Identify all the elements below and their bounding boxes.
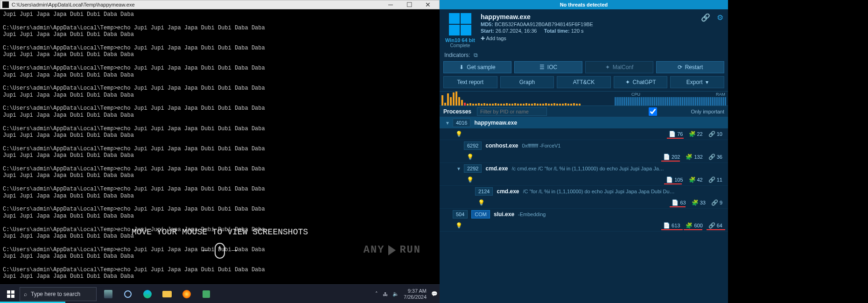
maximize-button[interactable]: ☐: [400, 1, 419, 8]
hint-icon[interactable]: 💡: [455, 131, 462, 137]
export-button[interactable]: Export ▾: [670, 76, 724, 88]
mouse-icon: [215, 243, 225, 259]
process-filter-input[interactable]: [477, 107, 547, 116]
indicators-row: Indicators: ⧉: [440, 51, 728, 61]
search-placeholder: Type here to search: [31, 291, 80, 297]
stat-icon: 🔗: [708, 154, 715, 160]
process-stat[interactable]: 🧩600: [684, 222, 704, 229]
chatgpt-button[interactable]: ✦ChatGPT: [614, 76, 668, 88]
search-icon: ⌕: [24, 291, 27, 297]
process-row[interactable]: 2124cmd.exe/C "for /L %i in (1,1,10000) …: [440, 186, 728, 209]
system-tray[interactable]: ˄ 🖧 🔈 9:37 AM 7/26/2024 💬: [375, 288, 438, 299]
app-icon[interactable]: [197, 287, 215, 302]
process-row[interactable]: ▼4016happymeaw.exe💡📄76🧩22🔗10: [440, 117, 728, 140]
process-row[interactable]: 6292conhost.exe0xffffffff -ForceV1💡📄202🧩…: [440, 140, 728, 163]
process-stat[interactable]: 🧩132: [684, 153, 704, 161]
hint-icon[interactable]: 💡: [455, 222, 462, 229]
secondary-actions: Text report Graph ATT&CK ✦ChatGPT Export…: [440, 76, 728, 91]
sample-name: happymeaw.exe: [481, 13, 723, 21]
process-stat[interactable]: 📄76: [667, 130, 685, 138]
sample-header: Win10 64 bit Complete happymeaw.exe MD5:…: [440, 9, 728, 51]
stat-icon: 🧩: [692, 199, 699, 206]
graph-button[interactable]: Graph: [500, 76, 554, 88]
clock[interactable]: 9:37 AM 7/26/2024: [404, 288, 427, 299]
only-important-toggle[interactable]: Only important: [612, 107, 724, 116]
process-stat[interactable]: 🔗36: [707, 153, 724, 161]
minimize-button[interactable]: ─: [381, 1, 400, 8]
com-badge: COM: [471, 210, 490, 218]
stat-icon: 🧩: [689, 176, 696, 183]
svg-rect-0: [7, 290, 10, 294]
hint-icon[interactable]: 💡: [467, 176, 474, 183]
process-stat[interactable]: 🔗10: [707, 130, 724, 138]
vm-screenshot-pane: C:\Users\admin\AppData\Local\Temp\happym…: [0, 0, 440, 303]
process-args: /C "for /L %i in (1,1,10000) do echo Jup…: [523, 189, 677, 194]
copy-icon[interactable]: ⧉: [474, 52, 478, 58]
expand-chevron-icon[interactable]: ▼: [444, 120, 451, 126]
os-block: Win10 64 bit Complete: [444, 13, 476, 48]
process-row[interactable]: 504COMslui.exe-Embedding💡📄613🧩600🔗64: [440, 209, 728, 232]
notifications-icon[interactable]: 💬: [431, 291, 438, 297]
chatgpt-icon: ✦: [625, 79, 630, 85]
start-button[interactable]: [2, 287, 20, 302]
process-row[interactable]: ▼2292cmd.exe/c cmd.exe /C "for /L %i in …: [440, 163, 728, 186]
total-time: 120 s: [571, 28, 584, 34]
process-stat[interactable]: 📄202: [661, 153, 682, 161]
share-icon[interactable]: 🔗: [701, 13, 710, 22]
screenshot-nav[interactable]: ← →: [203, 243, 237, 259]
download-icon: ⬇: [459, 64, 464, 70]
add-tags-button[interactable]: ✚ Add tags: [481, 35, 723, 42]
process-stat[interactable]: 🧩22: [687, 130, 705, 138]
explorer-icon[interactable]: [158, 287, 176, 302]
config-icon: ✦: [605, 64, 610, 70]
process-name: conhost.exe: [485, 142, 518, 149]
restart-button[interactable]: ⟳Restart: [656, 61, 724, 73]
tray-chevron-icon[interactable]: ˄: [375, 291, 378, 297]
process-stat[interactable]: 🧩33: [690, 199, 707, 206]
network-icon[interactable]: 🖧: [383, 291, 388, 297]
hint-icon[interactable]: 💡: [478, 199, 485, 206]
process-stat[interactable]: 📄63: [670, 199, 687, 206]
process-stat[interactable]: 🔗9: [709, 199, 724, 206]
cortana-icon[interactable]: [119, 287, 137, 302]
volume-icon[interactable]: 🔈: [392, 291, 399, 297]
md5-value[interactable]: BCB532FA0AA912B0AB7948145F6F19BE: [495, 21, 593, 27]
ioc-button[interactable]: ☰IOC: [514, 61, 582, 73]
text-report-button[interactable]: Text report: [443, 76, 497, 88]
window-title: C:\Users\admin\AppData\Local\Temp\happym…: [12, 2, 381, 7]
edge-icon[interactable]: [139, 287, 156, 302]
prev-arrow-icon[interactable]: ←: [203, 245, 208, 256]
process-stat[interactable]: 🔗64: [707, 222, 724, 229]
process-name: happymeaw.exe: [474, 120, 517, 126]
taskbar-search[interactable]: ⌕ Type here to search: [20, 287, 97, 301]
pid-badge: 4016: [453, 119, 470, 127]
stat-icon: 🧩: [686, 222, 693, 229]
os-label: Win10 64 bit: [445, 37, 475, 43]
expand-chevron-icon[interactable]: ▼: [455, 166, 462, 171]
hint-icon[interactable]: 💡: [467, 154, 474, 160]
process-stat[interactable]: 📄613: [661, 222, 682, 229]
settings-icon[interactable]: ⚙: [717, 13, 723, 22]
attck-button[interactable]: ATT&CK: [557, 76, 611, 88]
stat-icon: 🔗: [708, 131, 715, 137]
vm-window-titlebar: C:\Users\admin\AppData\Local\Temp\happym…: [0, 0, 440, 9]
process-stat[interactable]: 🔗11: [707, 176, 724, 183]
process-list: ▼4016happymeaw.exe💡📄76🧩22🔗106292conhost.…: [440, 117, 728, 303]
process-stat[interactable]: 📄105: [664, 176, 685, 183]
terminal-icon: [2, 1, 9, 8]
malconf-button[interactable]: ✦MalConf: [585, 61, 653, 73]
play-icon: [388, 245, 396, 255]
get-sample-button[interactable]: ⬇Get sample: [443, 61, 511, 73]
process-args: 0xffffffff -ForceV1: [522, 143, 561, 148]
task-icons: [99, 287, 215, 302]
firefox-icon[interactable]: [178, 287, 196, 302]
chevron-down-icon: ▾: [706, 79, 708, 85]
process-stat[interactable]: 🧩42: [687, 176, 705, 183]
usage-chart[interactable]: CPU RAM: [440, 91, 728, 106]
task-view-icon[interactable]: [99, 287, 117, 302]
restart-icon: ⟳: [678, 64, 682, 70]
next-arrow-icon[interactable]: →: [231, 245, 237, 256]
close-button[interactable]: ✕: [419, 1, 437, 8]
pid-badge: 6292: [464, 141, 482, 150]
stat-icon: 📄: [663, 222, 670, 229]
